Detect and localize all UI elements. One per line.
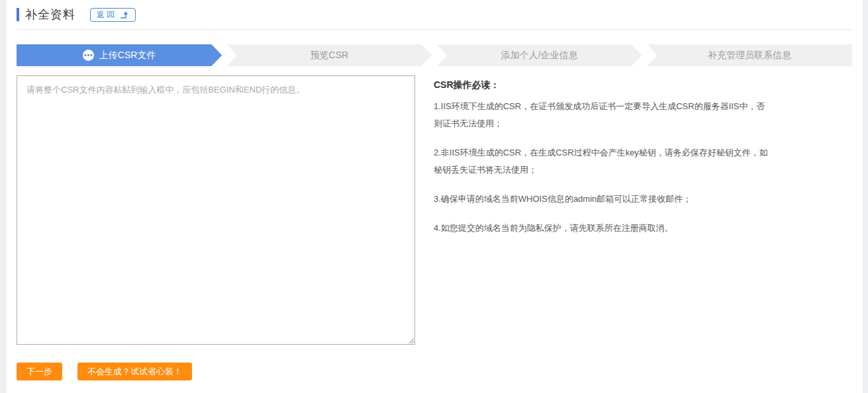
next-step-button[interactable]: 下一步	[17, 363, 62, 380]
notice-heading: CSR操作必读：	[434, 79, 773, 91]
step-2[interactable]: 预览CSR	[226, 44, 432, 66]
title-accent-bar	[17, 8, 19, 21]
csr-notice: CSR操作必读： 1.IIS环境下生成的CSR，在证书颁发成功后证书一定要导入生…	[434, 75, 773, 249]
page-title: 补全资料	[25, 7, 75, 22]
step-label: 补充管理员联系信息	[708, 50, 791, 62]
easy-install-button[interactable]: 不会生成？试试省心装！	[77, 363, 192, 380]
main-content: CSR操作必读： 1.IIS环境下生成的CSR，在证书颁发成功后证书一定要导入生…	[17, 75, 852, 345]
step-label: 添加个人/企业信息	[501, 50, 578, 62]
notice-item-1: 1.IIS环境下生成的CSR，在证书颁发成功后证书一定要导入生成CSR的服务器I…	[434, 98, 773, 132]
ellipsis-icon	[83, 50, 94, 61]
step-label: 预览CSR	[311, 50, 349, 62]
back-button-label: 返回	[97, 9, 117, 21]
step-3[interactable]: 添加个人/企业信息	[437, 44, 642, 66]
page-header: 补全资料 返回	[17, 0, 852, 30]
content-panel: 补全资料 返回 上传CSR文件预览CSR添加个人/企业信息补充管理员联系信息 C…	[7, 0, 863, 393]
notice-item-3: 3.确保申请的域名当前WHOIS信息的admin邮箱可以正常接收邮件；	[434, 191, 773, 208]
notice-item-2: 2.非IIS环境生成的CSR，在生成CSR过程中会产生key秘钥，请务必保存好秘…	[434, 144, 773, 179]
notice-list: 1.IIS环境下生成的CSR，在证书颁发成功后证书一定要导入生成CSR的服务器I…	[434, 98, 773, 237]
step-1[interactable]: 上传CSR文件	[17, 44, 222, 66]
back-button[interactable]: 返回	[90, 8, 136, 22]
progress-stepper: 上传CSR文件预览CSR添加个人/企业信息补充管理员联系信息	[17, 44, 852, 66]
notice-item-4: 4.如您提交的域名当前为隐私保护，请先联系所在注册商取消。	[434, 220, 773, 237]
csr-input[interactable]	[17, 75, 415, 345]
return-arrow-icon	[120, 11, 129, 19]
step-label: 上传CSR文件	[99, 50, 156, 62]
step-4[interactable]: 补充管理员联系信息	[647, 44, 852, 66]
footer-actions: 下一步 不会生成？试试省心装！	[17, 363, 852, 380]
